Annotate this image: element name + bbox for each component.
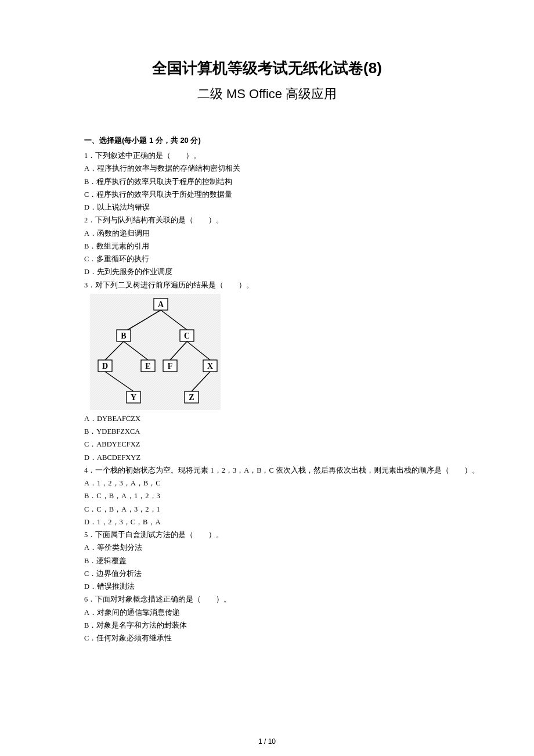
q1-option-a: A．程序执行的效率与数据的存储结构密切相关 — [84, 162, 450, 175]
q3-stem: 3．对下列二叉树进行前序遍历的结果是（ ）。 — [84, 279, 450, 291]
main-title: 全国计算机等级考试无纸化试卷(8) — [84, 58, 450, 78]
q1-option-d: D．以上说法均错误 — [84, 201, 450, 214]
tree-node-e: E — [141, 360, 155, 372]
q1-option-c: C．程序执行的效率只取决于所处理的数据量 — [84, 188, 450, 201]
q4-option-a: A．1，2，3，A，B，C — [84, 477, 450, 489]
q3-option-a: A．DYBEAFCZX — [84, 412, 450, 425]
q2-stem: 2．下列与队列结构有关联的是（ ）。 — [84, 214, 450, 226]
svg-text:X: X — [207, 362, 213, 370]
page-number: 1 / 10 — [0, 737, 534, 746]
tree-node-d: D — [98, 360, 112, 372]
svg-text:D: D — [102, 362, 108, 370]
svg-text:E: E — [145, 362, 150, 370]
tree-node-y: Y — [127, 391, 140, 403]
q6-option-c: C．任何对象必须有继承性 — [84, 632, 450, 645]
svg-text:F: F — [168, 362, 173, 370]
q5-stem: 5．下面属于白盒测试方法的是（ ）。 — [84, 528, 450, 541]
q3-option-c: C．ABDYECFXZ — [84, 438, 450, 451]
q2-option-c: C．多重循环的执行 — [84, 253, 450, 265]
q4-option-c: C．C，B，A，3，2，1 — [84, 503, 450, 516]
sub-title: 二级 MS Office 高级应用 — [84, 85, 450, 103]
q5-option-a: A．等价类划分法 — [84, 541, 450, 554]
q2-option-d: D．先到先服务的作业调度 — [84, 265, 450, 278]
tree-node-a: A — [154, 298, 168, 310]
svg-rect-1 — [90, 294, 221, 410]
tree-node-f: F — [163, 360, 177, 372]
section-heading: 一、选择题(每小题 1 分，共 20 分) — [84, 135, 450, 146]
svg-text:Y: Y — [131, 393, 136, 402]
svg-text:A: A — [158, 300, 164, 309]
q2-option-b: B．数组元素的引用 — [84, 240, 450, 253]
tree-node-z: Z — [185, 391, 199, 403]
svg-text:C: C — [184, 332, 190, 340]
q1-option-b: B．程序执行的效率只取决于程序的控制结构 — [84, 175, 450, 188]
svg-text:Z: Z — [189, 393, 194, 402]
q6-option-a: A．对象间的通信靠消息传递 — [84, 606, 450, 619]
exam-page: 全国计算机等级考试无纸化试卷(8) 二级 MS Office 高级应用 一、选择… — [0, 0, 534, 668]
q5-option-b: B．逻辑覆盖 — [84, 555, 450, 567]
q2-option-a: A．函数的递归调用 — [84, 227, 450, 240]
q4-stem: 4．一个栈的初始状态为空。现将元素 1，2，3，A，B，C 依次入栈，然后再依次… — [84, 464, 450, 477]
tree-node-b: B — [117, 330, 131, 341]
binary-tree-diagram: A B C D E F X Y — [90, 294, 221, 410]
q6-option-b: B．对象是名字和方法的封装体 — [84, 619, 450, 632]
svg-text:B: B — [121, 332, 126, 340]
q3-option-d: D．ABCDEFXYZ — [84, 451, 450, 464]
q4-option-b: B．C，B，A，1，2，3 — [84, 489, 450, 502]
q5-option-c: C．边界值分析法 — [84, 567, 450, 580]
tree-node-x: X — [203, 360, 217, 372]
q3-option-b: B．YDEBFZXCA — [84, 425, 450, 438]
tree-node-c: C — [180, 330, 194, 341]
q1-stem: 1．下列叙述中正确的是（ ）。 — [84, 149, 450, 162]
q5-option-d: D．错误推测法 — [84, 580, 450, 593]
q6-stem: 6．下面对对象概念描述正确的是（ ）。 — [84, 593, 450, 606]
q4-option-d: D．1，2，3，C，B，A — [84, 516, 450, 528]
